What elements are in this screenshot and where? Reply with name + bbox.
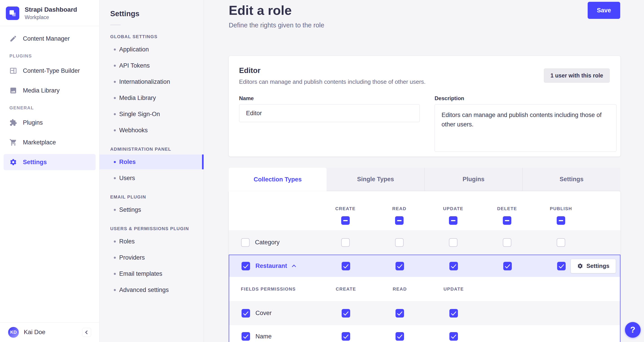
chevron-up-icon[interactable]: [292, 264, 296, 268]
subnav-item-media-library[interactable]: Media Library: [100, 91, 204, 105]
sidebar-item-content-type-builder[interactable]: Content-Type Builder: [4, 63, 96, 79]
tab-collection-types[interactable]: Collection Types: [229, 168, 326, 191]
restaurant-row-checkbox[interactable]: [242, 262, 250, 270]
sidebar-item-label: Content-Type Builder: [23, 67, 80, 74]
help-button[interactable]: ?: [625, 322, 641, 338]
user-name: Kai Doe: [24, 329, 45, 336]
sidebar-item-plugins[interactable]: Plugins: [4, 115, 96, 131]
table-row-restaurant: Restaurant Settings: [229, 255, 620, 277]
cover-read-checkbox[interactable]: [396, 309, 404, 317]
gear-icon: [10, 158, 17, 166]
name-field-label: Name: [239, 95, 420, 102]
permissions-panel: CREATE READ UPDATE DELETE PUBLISH Catego…: [229, 191, 620, 342]
subnav-item-up-roles[interactable]: Roles: [100, 234, 204, 249]
subnav-item-application[interactable]: Application: [100, 42, 204, 57]
nav-section-plugins: PLUGINS: [4, 54, 96, 59]
category-create-checkbox[interactable]: [341, 238, 350, 247]
fields-column-update: UPDATE: [444, 286, 464, 292]
subnav-item-single-sign-on[interactable]: Single Sign-On: [100, 107, 204, 122]
cover-create-checkbox[interactable]: [342, 309, 350, 317]
column-label-read: READ: [392, 206, 406, 211]
restaurant-delete-checkbox[interactable]: [503, 262, 512, 270]
name-update-checkbox[interactable]: [450, 332, 458, 341]
subnav-item-email-settings[interactable]: Settings: [100, 202, 204, 217]
restaurant-publish-checkbox[interactable]: [557, 262, 566, 270]
sidebar-item-label: Settings: [23, 159, 47, 166]
description-field-label: Description: [434, 95, 616, 102]
sidebar-item-label: Plugins: [23, 119, 43, 126]
subnav-title: Settings: [100, 0, 204, 18]
restaurant-create-checkbox[interactable]: [342, 262, 350, 270]
subnav-item-providers[interactable]: Providers: [100, 250, 204, 265]
sidebar-item-marketplace[interactable]: Marketplace: [4, 134, 96, 150]
name-create-checkbox[interactable]: [342, 332, 350, 341]
column-label-delete: DELETE: [497, 206, 517, 211]
collapse-sidebar-button[interactable]: [82, 328, 91, 337]
subnav-item-internationalization[interactable]: Internationalization: [100, 74, 204, 89]
avatar[interactable]: KD: [8, 327, 19, 338]
restaurant-update-checkbox[interactable]: [450, 262, 458, 270]
divider: [110, 25, 120, 25]
restaurant-read-checkbox[interactable]: [396, 262, 404, 270]
category-update-checkbox[interactable]: [449, 238, 458, 247]
fields-permissions-header: FIELDS PERMISSIONS CREATE READ UPDATE: [229, 277, 620, 301]
settings-subnav: Settings GLOBAL SETTINGS Application API…: [100, 0, 204, 342]
role-name-input[interactable]: [239, 104, 420, 122]
workspace-brand[interactable]: Strapi Dashboard Workplace: [0, 0, 99, 21]
cover-update-checkbox[interactable]: [450, 309, 458, 317]
sidebar-item-settings[interactable]: Settings: [4, 154, 96, 170]
select-all-create-checkbox[interactable]: [341, 216, 350, 225]
fields-column-read: READ: [392, 286, 407, 292]
row-label-category[interactable]: Category: [255, 239, 280, 246]
select-all-read-checkbox[interactable]: [395, 216, 404, 225]
subnav-section-users-permissions-plugin: USERS & PERMISSIONS PLUGIN: [100, 226, 204, 231]
category-row-checkbox[interactable]: [241, 238, 250, 247]
users-with-role-button[interactable]: 1 user with this role: [544, 69, 610, 83]
row-label-restaurant[interactable]: Restaurant: [256, 262, 287, 269]
role-card: Editor Editors can manage and publish co…: [229, 56, 620, 157]
subnav-item-users[interactable]: Users: [100, 171, 204, 185]
strapi-logo-icon: [6, 7, 19, 20]
media-library-icon: [10, 87, 17, 94]
main-content: Edit a role Define the rights given to t…: [204, 0, 644, 342]
cover-row-checkbox[interactable]: [242, 309, 250, 317]
category-read-checkbox[interactable]: [395, 238, 404, 247]
sidebar-item-label: Media Library: [23, 87, 60, 94]
content-type-builder-icon: [10, 67, 17, 75]
row-label-name: Name: [256, 333, 272, 340]
tab-settings[interactable]: Settings: [522, 168, 620, 191]
workspace-subtitle: Workplace: [25, 14, 77, 21]
permissions-tabs: Collection Types Single Types Plugins Se…: [229, 168, 620, 191]
puzzle-icon: [10, 119, 17, 126]
nav-section-general: GENERAL: [4, 105, 96, 111]
select-all-publish-checkbox[interactable]: [557, 216, 565, 225]
tab-plugins[interactable]: Plugins: [424, 168, 522, 191]
cart-icon: [10, 139, 17, 146]
save-button[interactable]: Save: [588, 2, 620, 19]
category-delete-checkbox[interactable]: [503, 238, 511, 247]
select-all-update-checkbox[interactable]: [449, 216, 458, 225]
tab-single-types[interactable]: Single Types: [326, 168, 424, 191]
subnav-item-webhooks[interactable]: Webhooks: [100, 123, 204, 138]
name-read-checkbox[interactable]: [396, 332, 404, 341]
sidebar-item-media-library[interactable]: Media Library: [4, 82, 96, 99]
select-all-delete-checkbox[interactable]: [503, 216, 511, 225]
subnav-section-administration-panel: ADMINISTRATION PANEL: [100, 147, 204, 152]
content-manager-icon: [10, 35, 17, 43]
subnav-item-api-tokens[interactable]: API Tokens: [100, 58, 204, 73]
column-label-publish: PUBLISH: [550, 206, 572, 211]
category-publish-checkbox[interactable]: [557, 238, 565, 247]
gear-icon: [577, 263, 583, 269]
table-row-category: Category: [229, 230, 620, 255]
restaurant-settings-button[interactable]: Settings: [570, 259, 616, 273]
subnav-item-advanced-settings[interactable]: Advanced settings: [100, 282, 204, 297]
fields-column-create: CREATE: [336, 286, 356, 292]
column-label-create: CREATE: [335, 206, 356, 211]
name-row-checkbox[interactable]: [242, 332, 250, 341]
sidebar-item-label: Content Manager: [23, 35, 70, 42]
table-row-name: Name: [229, 325, 620, 342]
subnav-item-roles[interactable]: Roles: [100, 155, 204, 169]
sidebar-item-content-manager[interactable]: Content Manager: [4, 31, 96, 47]
subnav-item-email-templates[interactable]: Email templates: [100, 266, 204, 281]
role-description-textarea[interactable]: Editors can manage and publish contents …: [434, 104, 616, 152]
